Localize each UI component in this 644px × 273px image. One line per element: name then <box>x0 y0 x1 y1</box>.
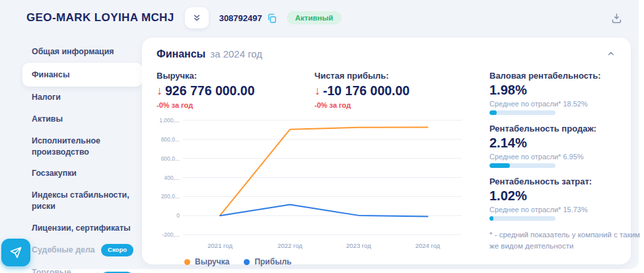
sidebar-item-label: Финансы <box>32 69 70 81</box>
svg-text:2024 год: 2024 год <box>415 242 441 249</box>
metric-block: Валовая рентабельность:1.98%Среднее по о… <box>489 71 644 115</box>
profit-stat: Чистая прибыль: ↓ -10 176 000.00 -0% за … <box>314 71 472 109</box>
svg-text:2022 год: 2022 год <box>277 242 303 249</box>
line-chart-svg: 1,000,...800,0...600,0...400,...200,0...… <box>157 116 467 253</box>
svg-text:2021 год: 2021 год <box>207 242 233 249</box>
metric-progress-fill <box>489 216 493 221</box>
revenue-value: 926 776 000.00 <box>165 83 255 98</box>
panel-header: Финансыза 2024 год <box>157 48 616 61</box>
profit-value: -10 176 000.00 <box>323 83 410 98</box>
telegram-button[interactable] <box>1 239 30 266</box>
metric-progress-bar <box>489 216 555 221</box>
download-icon <box>610 12 623 24</box>
metric-value: 1.98% <box>489 83 644 98</box>
legend-item[interactable]: Прибыль <box>244 257 291 266</box>
collapse-panel-button[interactable] <box>606 48 616 61</box>
svg-text:0: 0 <box>176 212 180 219</box>
paper-plane-icon <box>9 246 22 259</box>
metric-label: Рентабельность затрат: <box>489 176 644 186</box>
sidebar-item-label: Госзакупки <box>32 168 77 179</box>
sidebar-item-label: Активы <box>32 114 63 125</box>
sidebar-item-label: Лицензии, сертификаты <box>32 223 131 234</box>
panel-title-suffix: за 2024 год <box>210 48 262 59</box>
sidebar-item[interactable]: Общая информация <box>22 41 143 63</box>
profit-trend: -0% за год <box>314 101 472 109</box>
finance-line-chart: 1,000,...800,0...600,0...400,...200,0...… <box>157 116 472 256</box>
arrow-down-icon: ↓ <box>157 84 162 98</box>
sidebar-item-label: Судебные дела <box>32 245 95 256</box>
sidebar-item-label: Налоги <box>32 92 61 103</box>
profit-value-row: ↓ -10 176 000.00 <box>314 83 472 98</box>
chart-series-line <box>220 205 427 217</box>
sidebar-item-label: Индексы стабильности, риски <box>32 190 133 212</box>
sidebar-item-label: Исполнительное производство <box>32 136 133 157</box>
sidebar-item[interactable]: Торговые маркиСкоро <box>22 262 143 273</box>
revenue-trend: -0% за год <box>157 101 314 109</box>
sidebar-item[interactable]: Госзакупки <box>22 163 143 184</box>
legend-dot-icon <box>244 259 250 265</box>
metrics-footnote: * - средний показатель у компаний с таки… <box>489 229 644 251</box>
copy-inn-button[interactable] <box>266 13 277 24</box>
company-expand-button[interactable] <box>185 7 209 28</box>
sidebar-item-label: Торговые марки <box>32 267 97 273</box>
metric-progress-fill <box>489 110 497 115</box>
double-chevron-down-icon <box>192 13 202 23</box>
finance-panel: Финансыза 2024 год Выручка: ↓ 926 776 00… <box>142 38 631 264</box>
company-name: GEO-MARK LOYIHA MCHJ <box>26 11 174 24</box>
metric-value: 1.02% <box>489 188 644 204</box>
legend-label: Выручка <box>195 257 229 266</box>
download-report-button[interactable] <box>610 12 623 24</box>
sidebar-item[interactable]: Финансы <box>22 63 143 87</box>
svg-text:400,...: 400,... <box>164 175 180 181</box>
revenue-value-row: ↓ 926 776 000.00 <box>157 83 314 98</box>
metric-value: 2.14% <box>489 136 644 151</box>
sidebar-item-label: Общая информация <box>32 46 114 58</box>
metric-block: Рентабельность затрат:1.02%Среднее по от… <box>489 176 644 221</box>
chevron-up-icon <box>606 48 616 59</box>
header: GEO-MARK LOYIHA MCHJ 308792497 Активный <box>0 0 639 36</box>
stats-row: Выручка: ↓ 926 776 000.00 -0% за год Чис… <box>157 71 472 109</box>
legend-dot-icon <box>184 259 190 265</box>
panel-title: Финансы <box>157 48 205 59</box>
status-badge: Активный <box>287 11 342 24</box>
sidebar-item[interactable]: Активы <box>22 108 143 130</box>
legend-item[interactable]: Выручка <box>184 257 229 266</box>
chart-column: Выручка: ↓ 926 776 000.00 -0% за год Чис… <box>157 71 472 266</box>
soon-badge: Скоро <box>101 244 133 256</box>
svg-text:1,000,...: 1,000,... <box>159 117 180 124</box>
metric-industry-average: Среднее по отрасли* 15.73% <box>489 206 644 214</box>
arrow-down-icon: ↓ <box>314 84 320 98</box>
metric-industry-average: Среднее по отрасли* 6.95% <box>489 153 644 161</box>
metrics-list: Валовая рентабельность:1.98%Среднее по о… <box>489 71 644 221</box>
svg-text:200,0...: 200,0... <box>161 193 180 200</box>
sidebar-item[interactable]: Исполнительное производство <box>22 130 143 163</box>
sidebar-nav: Общая информацияФинансыНалогиАктивыИспол… <box>22 41 143 273</box>
copy-icon <box>266 13 277 24</box>
sidebar-item[interactable]: Судебные делаСкоро <box>22 239 143 262</box>
metric-industry-average: Среднее по отрасли* 18.52% <box>489 100 644 108</box>
svg-text:600,0...: 600,0... <box>161 155 180 162</box>
legend-label: Прибыль <box>254 257 291 266</box>
metric-progress-bar <box>489 110 555 115</box>
svg-text:-200,...: -200,... <box>162 231 180 238</box>
app-background: GEO-MARK LOYIHA MCHJ 308792497 Активный … <box>0 0 639 269</box>
profit-label: Чистая прибыль: <box>314 71 472 81</box>
svg-text:2023 год: 2023 год <box>346 242 371 249</box>
sidebar-item[interactable]: Налоги <box>22 87 143 108</box>
chart-legend: ВыручкаПрибыль <box>184 257 472 266</box>
metric-label: Валовая рентабельность: <box>489 71 644 81</box>
chart-series-line <box>220 128 427 215</box>
revenue-stat: Выручка: ↓ 926 776 000.00 -0% за год <box>157 71 314 109</box>
metric-block: Рентабельность продаж:2.14%Среднее по от… <box>489 124 644 168</box>
metric-progress-bar <box>489 163 555 168</box>
metric-progress-fill <box>489 163 510 168</box>
revenue-label: Выручка: <box>157 71 314 81</box>
svg-text:800,0...: 800,0... <box>161 136 180 143</box>
panel-title-group: Финансыза 2024 год <box>157 48 262 60</box>
sidebar-item[interactable]: Индексы стабильности, риски <box>22 184 143 217</box>
metric-label: Рентабельность продаж: <box>489 124 644 134</box>
sidebar-item[interactable]: Лицензии, сертификаты <box>22 217 143 239</box>
metrics-column: Валовая рентабельность:1.98%Среднее по о… <box>472 71 644 266</box>
company-inn: 308792497 <box>219 13 262 23</box>
